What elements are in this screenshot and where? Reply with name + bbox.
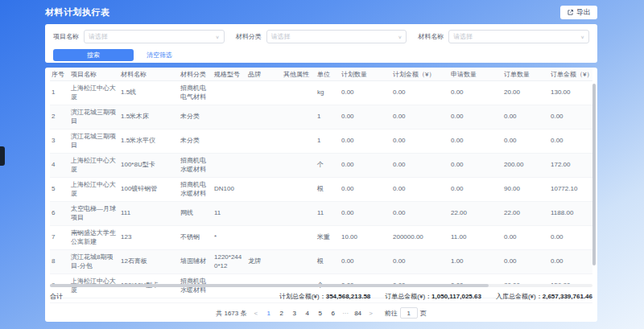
export-button[interactable]: 导出 (560, 6, 597, 19)
table-cell: 5 (50, 178, 69, 202)
table-cell: 招商机电 电气材料 (179, 81, 213, 105)
material-category-select[interactable]: 请选择 ∨ (266, 30, 407, 43)
goto-page: 前往 页 (385, 307, 427, 319)
table-cell: 90.00 (502, 178, 549, 202)
table-cell (213, 130, 246, 154)
search-button[interactable]: 搜索 (53, 49, 134, 61)
table-cell: 0.00 (391, 202, 449, 226)
page-button-3[interactable]: 3 (291, 310, 298, 317)
export-button-label: 导出 (576, 7, 591, 18)
table-cell: 10.00 (340, 226, 391, 250)
table-cell (246, 178, 282, 202)
table-cell (282, 154, 316, 178)
chevron-down-icon: ∨ (216, 35, 220, 39)
page-ellipsis: ··· (342, 310, 349, 317)
column-header: 订单数量 (502, 68, 549, 81)
sidebar-collapse-handle[interactable] (0, 146, 5, 166)
table-cell: 11 (213, 202, 246, 226)
table-cell: 墙面辅材 (179, 250, 213, 274)
table-cell: 1 (316, 105, 340, 130)
column-header: 其他属性 (282, 68, 316, 81)
table-cell (246, 226, 282, 250)
page-button-1[interactable]: 1 (265, 310, 272, 317)
table-cell: 上海松江中心大厦 (69, 154, 119, 178)
table-cell (213, 105, 246, 130)
table-cell: 1.00 (449, 250, 502, 274)
clear-filter-link[interactable]: 清空筛选 (147, 51, 172, 60)
goto-label: 前往 (385, 309, 398, 318)
table-cell: 123 (119, 226, 179, 250)
table-cell: 22.00 (502, 202, 549, 226)
column-header: 计划数量 (340, 68, 391, 81)
table-card: 序号项目名称材料名称材料分类规格型号品牌其他属性单位计划数量计划金额（¥）申请数… (45, 68, 597, 322)
filter-label: 材料分类 (236, 32, 262, 41)
table-cell (213, 154, 246, 178)
table-cell: 11.00 (449, 226, 502, 250)
select-placeholder: 请选择 (89, 32, 108, 41)
goto-suffix: 页 (420, 309, 427, 318)
table-cell: 0.00 (549, 130, 592, 154)
table-cell (282, 250, 316, 274)
inbound-total-amount: 入库总金额(¥)：2,657,339,761.46 (496, 292, 592, 301)
prev-page-button[interactable]: < (252, 310, 259, 317)
column-header: 申请数量 (449, 68, 502, 81)
table-cell: 0.00 (449, 130, 502, 154)
total-count: 共 1673 条 (216, 309, 246, 318)
table-cell: 10772.10 (549, 178, 592, 202)
planned-total-amount: 计划总金额(¥)：354,568,213.58 (279, 292, 370, 301)
goto-page-input[interactable] (400, 307, 418, 319)
page-button-84[interactable]: 84 (354, 310, 361, 317)
project-name-select[interactable]: 请选择 ∨ (84, 30, 225, 43)
table-cell: 1 (50, 81, 69, 105)
table-cell: 0.00 (549, 226, 592, 250)
page-button-5[interactable]: 5 (316, 310, 324, 317)
table-header-row: 序号项目名称材料名称材料分类规格型号品牌其他属性单位计划数量计划金额（¥）申请数… (50, 68, 592, 81)
table-row: 2滨江花城三期项目1.5米木床未分类10.000.000.000.000.00 (50, 105, 592, 130)
table-cell: 0.00 (502, 226, 549, 250)
column-header: 项目名称 (69, 68, 119, 81)
table-cell: * (213, 226, 246, 250)
table-cell (246, 202, 282, 226)
table-cell: 1.5线 (119, 81, 179, 105)
table-cell: 滨江花城三期项目 (69, 130, 119, 154)
filter-actions: 搜索 清空筛选 (53, 49, 589, 61)
column-header: 订单金额（¥） (549, 68, 592, 81)
column-header: 单位 (316, 68, 340, 81)
table-cell: 米重 (316, 226, 340, 250)
table-cell (246, 154, 282, 178)
vertical-scrollbar[interactable] (592, 84, 596, 265)
table-cell: 0.00 (391, 105, 449, 130)
table-cell: 0.00 (391, 178, 449, 202)
table-cell: 1188.00 (549, 202, 592, 226)
table-row: 1上海松江中心大厦1.5线招商机电 电气材料kg0.000.000.0020.0… (50, 81, 592, 105)
table-cell: 1.5米水平仪 (119, 130, 179, 154)
table-cell: 1 (316, 130, 340, 154)
table-cell: 0.00 (502, 250, 549, 274)
horizontal-scrollbar-thumb[interactable] (50, 284, 489, 287)
table-cell: 龙牌 (246, 250, 282, 274)
page-button-4[interactable]: 4 (303, 310, 311, 317)
chevron-down-icon: ∨ (398, 35, 402, 39)
table-row: 6太空电梯—月球项目111网线11110.000.0022.0022.00118… (50, 202, 592, 226)
table-cell: 100镀锌钢管 (119, 178, 179, 202)
table-cell: 1220*2440*12 (213, 250, 246, 274)
material-name-select[interactable]: 请选择 ∨ (448, 30, 589, 43)
total-value: 1,050,117,025.63 (431, 293, 481, 300)
table-cell: 招商机电 水暖材料 (179, 178, 213, 202)
page-button-6[interactable]: 6 (329, 310, 336, 317)
filter-label: 项目名称 (53, 32, 79, 41)
column-header: 材料名称 (119, 68, 179, 81)
table-cell: 1.5米木床 (119, 105, 179, 130)
table-cell: 0.00 (340, 250, 391, 274)
table-cell: 0.00 (340, 154, 391, 178)
horizontal-scrollbar[interactable] (50, 284, 592, 287)
table-cell: 4 (50, 154, 69, 178)
order-total-amount: 订单总金额(¥)：1,050,117,025.63 (385, 292, 481, 301)
next-page-button[interactable]: > (367, 310, 374, 317)
page-button-2[interactable]: 2 (278, 310, 285, 317)
table-cell: 0.00 (549, 250, 592, 274)
total-label: 入库总金额(¥)： (496, 293, 543, 300)
table-cell: 0.00 (502, 105, 549, 130)
table-cell: 111 (119, 202, 179, 226)
table-cell: 根 (316, 250, 340, 274)
